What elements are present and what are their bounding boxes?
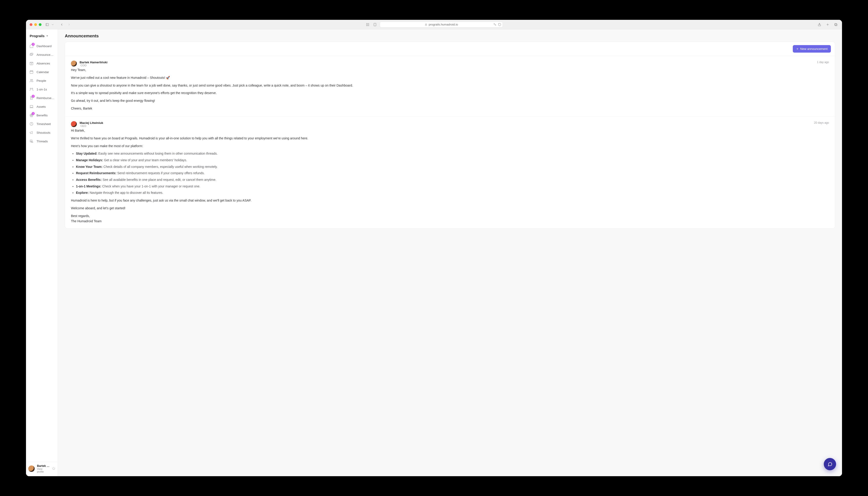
- window-controls: [30, 23, 42, 26]
- svg-point-9: [368, 25, 368, 26]
- clock-icon: [29, 122, 34, 126]
- url-text: prograils.humadroid.io: [429, 23, 458, 26]
- sidebar-item-label: People: [36, 79, 46, 82]
- sidebar-item-announcements[interactable]: Announcements: [26, 50, 58, 59]
- post-paragraph: It's a simple way to spread positivity a…: [71, 91, 829, 96]
- back-button[interactable]: [59, 22, 64, 27]
- sidebar-item-label: Threads: [36, 140, 48, 143]
- sidebar-toggle-icon[interactable]: [45, 22, 50, 27]
- sidebar-item-label: Benefits: [36, 114, 48, 117]
- reload-icon[interactable]: [498, 23, 501, 26]
- sidebar-item-label: Reimbursements: [36, 96, 55, 100]
- chat-bubble-icon: [827, 462, 833, 467]
- translate-icon[interactable]: [493, 23, 497, 26]
- announcement-post: Maciej Litwiniuk CEO 20 days ago Hi Bart…: [65, 117, 835, 229]
- workspace-switcher[interactable]: Prograils: [26, 33, 58, 42]
- calendar-plus-icon: [29, 61, 34, 66]
- svg-rect-17: [835, 23, 837, 25]
- svg-point-7: [369, 25, 369, 25]
- announcements-card: New announcement Bartek Hamerliński COO …: [65, 42, 835, 229]
- close-window-button[interactable]: [30, 23, 32, 26]
- list-item: Request Reimbursements: Send reimburseme…: [76, 171, 829, 176]
- svg-point-29: [32, 79, 33, 80]
- post-paragraph: We've just rolled out a cool new feature…: [71, 75, 829, 80]
- sidebar-item-people[interactable]: People: [26, 77, 58, 85]
- footer-user-name: Bartek Hamerli: [37, 464, 50, 467]
- privacy-report-icon[interactable]: [372, 22, 377, 27]
- chat-fab[interactable]: [824, 458, 836, 470]
- minimize-window-button[interactable]: [34, 23, 37, 26]
- sidebar-footer[interactable]: Bartek Hamerli View profile: [26, 462, 58, 474]
- sidebar-item-reimbursements[interactable]: 2 Reimbursements: [26, 94, 58, 102]
- svg-rect-18: [30, 54, 32, 56]
- tab-overview-icon[interactable]: [833, 22, 838, 27]
- lock-icon: [425, 23, 428, 26]
- new-announcement-button[interactable]: New announcement: [793, 45, 831, 52]
- post-body: Hi Bartek, We're thrilled to have you on…: [71, 128, 829, 224]
- list-item: Know Your Team: Check details of all com…: [76, 165, 829, 169]
- sidebar-item-label: Timesheet: [36, 122, 51, 126]
- sidebar-item-label: Absences: [36, 62, 50, 65]
- list-item: Stay Updated: Easily see new announcemen…: [76, 151, 829, 156]
- sidebar: Prograils 2 Dashboard Announcements Abse…: [26, 29, 58, 476]
- sidebar-item-threads[interactable]: Threads: [26, 137, 58, 145]
- apps-grid-icon[interactable]: [365, 22, 370, 27]
- sidebar-item-label: Dashboard: [36, 44, 51, 48]
- sidebar-item-assets[interactable]: Assets: [26, 103, 58, 111]
- new-tab-icon[interactable]: [825, 22, 830, 27]
- sidebar-item-absences[interactable]: Absences: [26, 59, 58, 67]
- megaphone-icon: [29, 130, 34, 135]
- url-bar[interactable]: prograils.humadroid.io: [380, 22, 503, 28]
- post-role: COO: [79, 64, 107, 67]
- one-on-one-icon: [29, 87, 34, 92]
- laptop-icon: [29, 104, 34, 109]
- sidebar-item-label: Shoutouts: [36, 131, 50, 134]
- maximize-window-button[interactable]: [39, 23, 42, 26]
- post-bullet-list: Stay Updated: Easily see new announcemen…: [76, 151, 829, 196]
- list-item: Explore: Navigate through the app to dis…: [76, 190, 829, 196]
- svg-point-5: [366, 25, 367, 25]
- button-label: New announcement: [800, 47, 828, 50]
- svg-rect-0: [46, 23, 48, 26]
- post-paragraph: Now you can give a shoutout to anyone in…: [71, 83, 829, 88]
- home-icon: 2: [29, 44, 34, 48]
- post-role: CEO: [79, 125, 103, 127]
- receipt-icon: 2: [29, 96, 34, 100]
- browser-window: prograils.humadroid.io Prograils: [26, 20, 842, 476]
- sidebar-item-timesheet[interactable]: Timesheet: [26, 120, 58, 128]
- plus-icon: [796, 47, 799, 50]
- svg-rect-11: [374, 23, 376, 26]
- post-paragraph: The Humadroid Team: [71, 219, 829, 224]
- sidebar-item-shoutouts[interactable]: Shoutouts: [26, 128, 58, 137]
- announcement-icon: [29, 52, 34, 57]
- list-item: Manage Holidays: Get a clear view of you…: [76, 158, 829, 163]
- footer-view-profile: View profile: [37, 467, 50, 473]
- calendar-icon: [29, 70, 34, 74]
- sidebar-item-calendar[interactable]: Calendar: [26, 68, 58, 76]
- svg-point-2: [366, 23, 367, 24]
- post-paragraph: Here's how you can make the most of our …: [71, 144, 829, 149]
- svg-point-31: [32, 88, 33, 89]
- chevron-down-icon[interactable]: [51, 22, 54, 27]
- svg-point-6: [368, 25, 368, 25]
- share-icon[interactable]: [817, 22, 822, 27]
- chat-icon: [29, 139, 34, 143]
- main-content: Announcements New announcement Bartek Ha…: [58, 29, 842, 476]
- sidebar-item-dashboard[interactable]: 2 Dashboard: [26, 42, 58, 50]
- post-paragraph: Hey Team,: [71, 68, 829, 73]
- svg-rect-19: [31, 53, 33, 55]
- svg-point-30: [30, 88, 31, 89]
- post-paragraph: Cheers, Bartek: [71, 106, 829, 111]
- power-icon[interactable]: [52, 467, 55, 471]
- avatar: [71, 61, 77, 66]
- svg-point-3: [368, 23, 368, 24]
- svg-rect-12: [425, 25, 427, 26]
- list-item: 1-on-1 Meetings: Check when you have you…: [76, 184, 829, 189]
- forward-button[interactable]: [66, 22, 72, 27]
- gift-icon: 1: [29, 113, 34, 118]
- sidebar-item-label: 1-on-1s: [36, 88, 47, 91]
- sidebar-nav: 2 Dashboard Announcements Absences Calen…: [26, 42, 58, 145]
- sidebar-item-benefits[interactable]: 1 Benefits: [26, 111, 58, 119]
- sidebar-item-1on1s[interactable]: 1-on-1s: [26, 85, 58, 93]
- avatar: [71, 121, 77, 127]
